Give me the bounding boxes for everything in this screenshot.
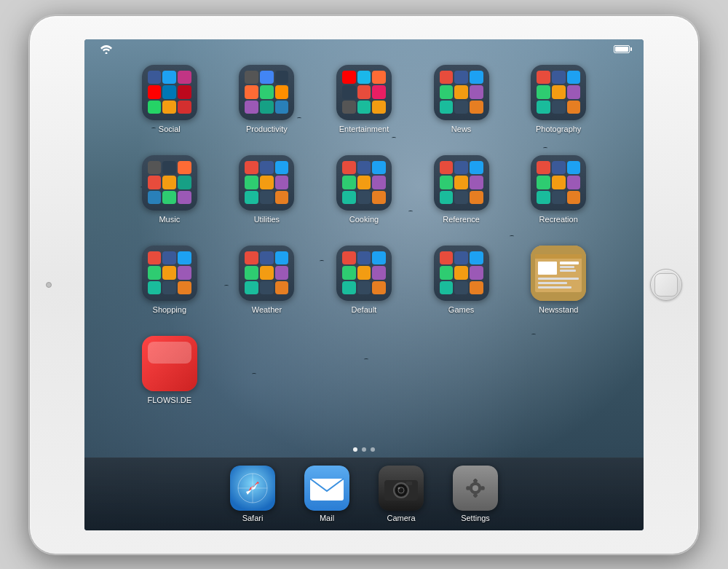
battery-icon bbox=[614, 45, 632, 53]
app-item-entertainment[interactable]: Entertainment bbox=[323, 65, 405, 133]
dock-label-safari: Safari bbox=[242, 514, 264, 522]
app-item-default[interactable]: Default bbox=[323, 246, 405, 314]
app-label-flowside: FLOWSI.DE bbox=[148, 396, 192, 404]
app-label-news: News bbox=[451, 125, 472, 133]
app-item-utilities[interactable]: Utilities bbox=[226, 155, 309, 224]
status-right bbox=[611, 45, 632, 53]
app-label-newsstand: Newsstand bbox=[539, 305, 578, 314]
svg-point-26 bbox=[398, 487, 400, 490]
app-label-photography: Photography bbox=[536, 125, 581, 133]
dock-item-mail[interactable]: Mail bbox=[304, 466, 349, 522]
app-item-reference[interactable]: Reference bbox=[420, 155, 503, 224]
app-item-shopping[interactable]: Shopping bbox=[128, 246, 211, 314]
page-dot-1 bbox=[353, 447, 357, 452]
app-label-weather: Weather bbox=[252, 305, 282, 314]
app-item-games[interactable]: Games bbox=[420, 246, 503, 314]
svg-point-17 bbox=[251, 487, 254, 490]
app-label-music: Music bbox=[159, 215, 180, 224]
app-item-music[interactable]: Music bbox=[128, 155, 211, 224]
dock-label-camera: Camera bbox=[387, 514, 415, 522]
svg-rect-5 bbox=[560, 262, 579, 264]
app-label-recreation: Recreation bbox=[539, 215, 578, 224]
app-item-photography[interactable]: Photography bbox=[517, 65, 600, 133]
dock-label-mail: Mail bbox=[320, 514, 334, 522]
page-dot-2 bbox=[362, 447, 366, 452]
svg-rect-8 bbox=[538, 278, 579, 280]
app-item-weather[interactable]: Weather bbox=[226, 246, 309, 314]
page-dot-3 bbox=[371, 447, 375, 452]
front-camera bbox=[46, 282, 52, 288]
svg-rect-27 bbox=[406, 482, 412, 485]
dock: Safari Mail bbox=[84, 458, 644, 530]
app-label-utilities: Utilities bbox=[254, 215, 280, 224]
app-label-games: Games bbox=[448, 305, 474, 314]
svg-rect-37 bbox=[467, 487, 470, 490]
dock-item-camera[interactable]: Camera bbox=[379, 466, 424, 522]
app-item-news[interactable]: News bbox=[420, 65, 503, 133]
app-item-productivity[interactable]: Productivity bbox=[226, 65, 309, 133]
svg-point-40 bbox=[472, 485, 478, 491]
app-label-reference: Reference bbox=[443, 215, 480, 224]
app-label-productivity: Productivity bbox=[246, 125, 288, 133]
ipad-device: SocialProductivityEntertainmentNewsPhoto… bbox=[29, 15, 699, 554]
app-label-social: Social bbox=[159, 125, 181, 133]
svg-rect-3 bbox=[535, 254, 582, 259]
status-left bbox=[96, 45, 112, 54]
dock-label-settings: Settings bbox=[461, 514, 490, 522]
app-grid: SocialProductivityEntertainmentNewsPhoto… bbox=[128, 65, 600, 404]
dock-item-safari[interactable]: Safari bbox=[230, 466, 275, 522]
app-item-flowside[interactable]: FLOWSI.DE bbox=[128, 336, 211, 404]
wifi-icon bbox=[100, 45, 112, 54]
dock-item-settings[interactable]: Settings bbox=[453, 466, 498, 522]
svg-rect-10 bbox=[538, 286, 571, 289]
ipad-screen: SocialProductivityEntertainmentNewsPhoto… bbox=[84, 39, 644, 530]
svg-rect-4 bbox=[538, 262, 557, 275]
svg-point-0 bbox=[106, 52, 108, 54]
app-label-shopping: Shopping bbox=[153, 305, 187, 314]
svg-rect-35 bbox=[481, 487, 485, 490]
svg-rect-9 bbox=[538, 282, 567, 284]
app-item-cooking[interactable]: Cooking bbox=[323, 155, 405, 224]
app-label-entertainment: Entertainment bbox=[339, 125, 389, 133]
home-button[interactable] bbox=[650, 269, 682, 301]
app-item-newsstand[interactable]: Newsstand bbox=[517, 246, 600, 314]
svg-rect-6 bbox=[560, 266, 574, 268]
app-item-recreation[interactable]: Recreation bbox=[517, 155, 600, 224]
page-dots bbox=[353, 447, 375, 452]
home-button-inner bbox=[654, 273, 678, 297]
app-label-cooking: Cooking bbox=[349, 215, 379, 224]
app-label-default: Default bbox=[352, 305, 377, 314]
svg-rect-7 bbox=[560, 270, 576, 272]
app-item-social[interactable]: Social bbox=[128, 65, 211, 133]
status-bar bbox=[84, 39, 644, 60]
